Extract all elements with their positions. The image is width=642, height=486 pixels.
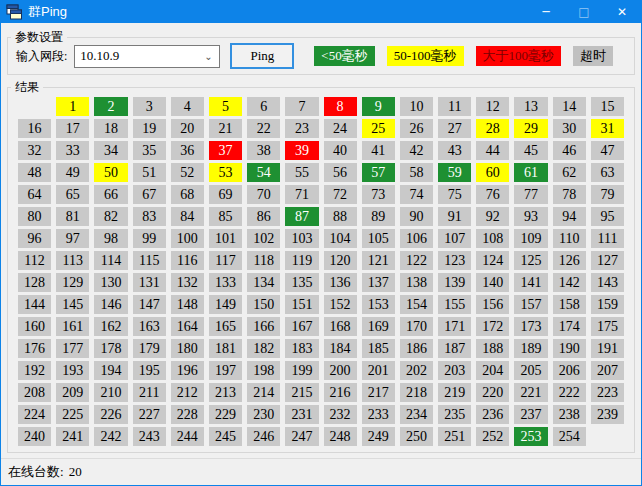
host-cell: 196	[171, 361, 204, 380]
host-cell: 228	[171, 405, 204, 424]
host-cell: 176	[18, 339, 51, 358]
host-cell: 15	[591, 97, 624, 116]
maximize-button[interactable]: □	[565, 1, 603, 23]
host-cell: 121	[362, 251, 395, 270]
host-cell: 107	[438, 229, 471, 248]
host-cell: 241	[56, 427, 89, 446]
host-cell: 6	[247, 97, 280, 116]
host-cell: 71	[285, 185, 318, 204]
online-count-label: 在线台数:	[8, 463, 64, 481]
host-cell: 158	[553, 295, 586, 314]
host-cell: 128	[18, 273, 51, 292]
host-cell: 213	[209, 383, 242, 402]
host-cell: 242	[94, 427, 127, 446]
host-cell: 37	[209, 141, 242, 160]
host-cell: 230	[247, 405, 280, 424]
statusbar: 在线台数: 20	[1, 458, 641, 485]
host-cell: 252	[476, 427, 509, 446]
host-cell: 214	[247, 383, 280, 402]
host-cell: 55	[285, 163, 318, 182]
host-cell: 133	[209, 273, 242, 292]
titlebar[interactable]: 群Ping ─ □ ✕	[1, 1, 641, 23]
host-cell: 60	[476, 163, 509, 182]
host-cell: 216	[324, 383, 357, 402]
param-settings-group: 参数设置 输入网段: ⌄ Ping <50毫秒50-100毫秒大于100毫秒超时	[7, 37, 635, 75]
host-cell: 112	[18, 251, 51, 270]
host-cell: 211	[133, 383, 166, 402]
host-cell: 22	[247, 119, 280, 138]
minimize-button[interactable]: ─	[527, 1, 565, 23]
host-cell: 243	[133, 427, 166, 446]
host-cell: 183	[285, 339, 318, 358]
host-cell: 20	[171, 119, 204, 138]
host-cell: 194	[94, 361, 127, 380]
host-cell: 33	[56, 141, 89, 160]
host-cell: 169	[362, 317, 395, 336]
host-cell: 110	[553, 229, 586, 248]
host-cell: 9	[362, 97, 395, 116]
host-cell: 70	[247, 185, 280, 204]
host-cell: 65	[56, 185, 89, 204]
host-cell: 141	[514, 273, 547, 292]
host-cell: 79	[591, 185, 624, 204]
host-cell: 164	[171, 317, 204, 336]
host-cell: 207	[591, 361, 624, 380]
host-cell: 149	[209, 295, 242, 314]
host-cell: 35	[133, 141, 166, 160]
host-cell: 39	[285, 141, 318, 160]
host-cell: 190	[553, 339, 586, 358]
host-cell: 179	[133, 339, 166, 358]
host-cell: 167	[285, 317, 318, 336]
host-cell: 187	[438, 339, 471, 358]
close-button[interactable]: ✕	[603, 1, 641, 23]
host-cell: 163	[133, 317, 166, 336]
host-cell: 127	[591, 251, 624, 270]
host-cell: 202	[400, 361, 433, 380]
host-cell: 181	[209, 339, 242, 358]
host-cell: 57	[362, 163, 395, 182]
host-cell: 113	[56, 251, 89, 270]
host-cell: 105	[362, 229, 395, 248]
host-cell: 220	[476, 383, 509, 402]
host-cell: 166	[247, 317, 280, 336]
host-cell: 30	[553, 119, 586, 138]
host-cell: 96	[18, 229, 51, 248]
host-cell: 27	[438, 119, 471, 138]
host-cell: 98	[94, 229, 127, 248]
host-cell: 52	[171, 163, 204, 182]
host-cell: 93	[514, 207, 547, 226]
host-cell: 223	[591, 383, 624, 402]
network-input[interactable]	[75, 48, 193, 64]
host-cell: 146	[94, 295, 127, 314]
network-combobox[interactable]: ⌄	[74, 45, 220, 68]
host-cell: 26	[400, 119, 433, 138]
host-cell: 130	[94, 273, 127, 292]
host-cell: 5	[209, 97, 242, 116]
host-cell: 251	[438, 427, 471, 446]
host-cell: 151	[285, 295, 318, 314]
host-cell: 170	[400, 317, 433, 336]
host-cell: 24	[324, 119, 357, 138]
results-group: 结果 1234567891011121314151617181920212223…	[7, 87, 635, 453]
host-cell: 197	[209, 361, 242, 380]
chevron-down-icon[interactable]: ⌄	[199, 47, 217, 66]
ping-button[interactable]: Ping	[230, 43, 294, 69]
host-cell: 4	[171, 97, 204, 116]
host-cell: 131	[133, 273, 166, 292]
host-cell: 42	[400, 141, 433, 160]
host-cell: 109	[514, 229, 547, 248]
host-cell: 76	[476, 185, 509, 204]
host-cell: 123	[438, 251, 471, 270]
host-cell: 208	[18, 383, 51, 402]
host-cell: 224	[18, 405, 51, 424]
host-cell: 204	[476, 361, 509, 380]
host-cell: 215	[285, 383, 318, 402]
host-cell: 240	[18, 427, 51, 446]
legend-medium: 50-100毫秒	[387, 46, 464, 66]
host-cell: 226	[94, 405, 127, 424]
host-cell: 97	[56, 229, 89, 248]
online-count-value: 20	[69, 464, 82, 480]
host-cell: 29	[514, 119, 547, 138]
host-cell: 83	[133, 207, 166, 226]
host-cell: 129	[56, 273, 89, 292]
